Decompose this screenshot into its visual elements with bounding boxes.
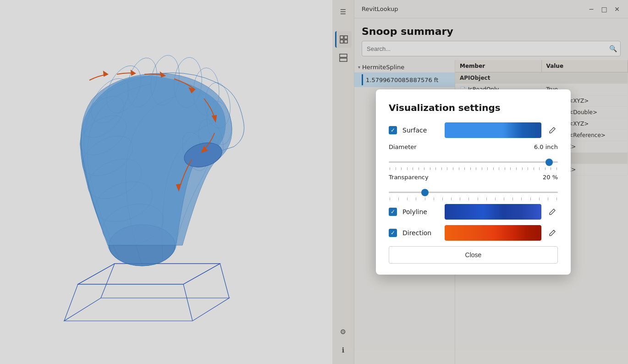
- tick: [528, 167, 528, 170]
- tick: [425, 198, 425, 200]
- tick: [396, 167, 396, 170]
- surface-edit-button[interactable]: [547, 125, 558, 136]
- tick: [416, 198, 416, 200]
- direction-label: Direction: [402, 229, 439, 237]
- tick: [539, 198, 540, 200]
- tick: [470, 167, 471, 170]
- surface-color-fill: [445, 122, 541, 138]
- direction-edit-button[interactable]: [547, 227, 558, 238]
- polyline-edit-button[interactable]: [547, 206, 558, 217]
- surface-checkbox[interactable]: [389, 126, 397, 134]
- tick: [539, 167, 540, 170]
- tick: [419, 167, 419, 170]
- tick: [545, 167, 545, 170]
- tick: [413, 167, 413, 170]
- tick: [434, 198, 434, 200]
- transparency-label: Transparency: [389, 174, 429, 181]
- transparency-value: 20 %: [543, 174, 558, 181]
- tick: [522, 167, 523, 170]
- tick: [430, 167, 430, 170]
- tick: [435, 167, 436, 170]
- overlay: Visualization settings Surface Diameter …: [0, 0, 628, 364]
- tick: [390, 198, 390, 200]
- tick: [401, 167, 402, 170]
- transparency-ticks: [389, 198, 558, 200]
- tick: [516, 167, 517, 170]
- tick: [478, 198, 478, 200]
- polyline-label: Polyline: [402, 208, 439, 215]
- tick: [390, 167, 390, 170]
- vis-dialog-title: Visualization settings: [389, 102, 558, 113]
- tick: [551, 167, 551, 170]
- tick: [407, 198, 408, 200]
- diameter-row: Diameter 6.0 inch: [389, 143, 558, 170]
- tick: [512, 198, 513, 200]
- diameter-label: Diameter: [389, 143, 417, 150]
- tick: [486, 198, 487, 200]
- surface-label: Surface: [402, 127, 439, 134]
- transparency-row: Transparency 20 %: [389, 174, 558, 200]
- tick: [556, 198, 557, 200]
- tick: [548, 198, 548, 200]
- polyline-color-bar[interactable]: [445, 204, 541, 220]
- polyline-color-fill: [445, 204, 541, 220]
- visualization-dialog: Visualization settings Surface Diameter …: [376, 89, 571, 275]
- direction-checkbox[interactable]: [389, 229, 397, 237]
- tick: [505, 167, 505, 170]
- tick: [521, 198, 522, 200]
- diameter-slider[interactable]: [389, 161, 558, 163]
- polyline-checkbox[interactable]: [389, 208, 397, 216]
- tick: [398, 198, 399, 200]
- tick: [407, 167, 408, 170]
- surface-row: Surface: [389, 122, 558, 138]
- close-button[interactable]: Close: [389, 246, 558, 264]
- tick: [487, 167, 488, 170]
- tick: [453, 167, 453, 170]
- tick: [495, 198, 496, 200]
- tick: [441, 167, 442, 170]
- tick: [530, 198, 531, 200]
- tick: [459, 167, 459, 170]
- surface-color-bar[interactable]: [445, 122, 541, 138]
- diameter-value: 6.0 inch: [534, 143, 558, 150]
- tick: [534, 167, 534, 170]
- transparency-slider[interactable]: [389, 191, 558, 193]
- tick: [451, 198, 452, 200]
- diameter-ticks: [389, 167, 558, 170]
- tick: [447, 167, 447, 170]
- tick: [556, 167, 557, 170]
- direction-color-fill: [445, 225, 541, 241]
- direction-row: Direction: [389, 225, 558, 241]
- tick: [504, 198, 504, 200]
- tick: [464, 167, 465, 170]
- polyline-row: Polyline: [389, 204, 558, 220]
- tick: [424, 167, 424, 170]
- direction-color-bar[interactable]: [445, 225, 541, 241]
- tick: [493, 167, 494, 170]
- tick: [476, 167, 476, 170]
- tick: [442, 198, 443, 200]
- tick: [499, 167, 499, 170]
- tick: [510, 167, 511, 170]
- tick: [468, 198, 469, 200]
- tick: [460, 198, 460, 200]
- tick: [482, 167, 482, 170]
